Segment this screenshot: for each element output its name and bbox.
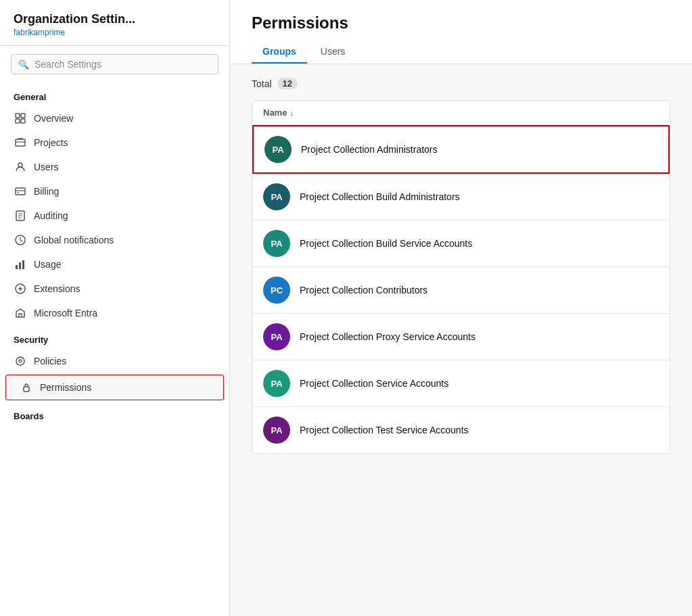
svg-rect-1: [21, 114, 25, 118]
global-notifications-icon: [14, 233, 27, 247]
group-name: Project Collection Build Service Account…: [300, 238, 472, 249]
microsoft-entra-label: Microsoft Entra: [34, 308, 97, 318]
svg-point-7: [18, 192, 19, 193]
total-label: Total: [252, 78, 272, 89]
search-icon: 🔍: [18, 60, 29, 70]
avatar: PC: [263, 277, 290, 304]
usage-icon: [14, 258, 27, 271]
permissions-icon: [20, 381, 33, 394]
groups-table: Name ↓ PAProject Collection Administrato…: [252, 100, 670, 454]
avatar: PA: [264, 136, 292, 163]
group-row[interactable]: PAProject Collection Build Service Accou…: [252, 220, 670, 267]
group-row[interactable]: PAProject Collection Service Accounts: [252, 360, 670, 407]
table-header: Name ↓: [252, 101, 670, 125]
svg-rect-12: [22, 260, 24, 269]
svg-point-14: [16, 357, 24, 365]
group-row[interactable]: PCProject Collection Contributors: [252, 267, 670, 314]
policies-label: Policies: [34, 356, 66, 366]
group-name: Project Collection Build Administrators: [300, 191, 460, 202]
svg-point-5: [18, 163, 22, 167]
group-row[interactable]: PAProject Collection Administrators: [252, 125, 670, 174]
sidebar-header: Organization Settin... fabrikamprime: [0, 0, 229, 46]
svg-rect-3: [21, 119, 25, 123]
org-subtitle: fabrikamprime: [14, 28, 216, 37]
main-header: Permissions Groups Users: [230, 0, 692, 64]
overview-label: Overview: [34, 113, 73, 124]
sidebar-item-permissions[interactable]: Permissions: [5, 375, 224, 400]
svg-rect-2: [16, 119, 20, 123]
col-name-label: Name: [263, 108, 287, 118]
group-name: Project Collection Contributors: [300, 285, 428, 295]
content-area: Total 12 Name ↓ PAProject Collection Adm…: [230, 64, 692, 616]
sidebar-item-projects[interactable]: Projects: [0, 131, 229, 155]
extensions-icon: [14, 282, 27, 295]
svg-rect-11: [19, 262, 21, 269]
total-row: Total 12: [252, 78, 670, 89]
sort-arrow-icon: ↓: [290, 109, 294, 117]
main-content: Permissions Groups Users Total 12 Name ↓…: [230, 0, 692, 616]
svg-rect-4: [16, 139, 25, 146]
sidebar-item-microsoft-entra[interactable]: Microsoft Entra: [0, 301, 229, 325]
tabs-row: Groups Users: [252, 41, 670, 64]
avatar: PA: [263, 370, 290, 397]
extensions-label: Extensions: [34, 283, 80, 294]
auditing-icon: [14, 209, 27, 222]
group-row[interactable]: PAProject Collection Build Administrator…: [252, 174, 670, 220]
sidebar-item-policies[interactable]: Policies: [0, 349, 229, 373]
svg-rect-0: [16, 114, 20, 118]
section-security-label: Security: [0, 325, 229, 349]
tab-groups[interactable]: Groups: [252, 41, 307, 64]
svg-point-15: [19, 360, 22, 362]
sidebar-item-auditing[interactable]: Auditing: [0, 204, 229, 228]
billing-icon: [14, 185, 27, 198]
auditing-label: Auditing: [34, 210, 68, 221]
overview-icon: [14, 112, 27, 125]
search-placeholder: Search Settings: [34, 59, 101, 70]
group-name: Project Collection Proxy Service Account…: [300, 331, 476, 342]
global-notifications-label: Global notifications: [34, 235, 114, 245]
svg-rect-10: [16, 265, 18, 269]
sidebar-item-users[interactable]: Users: [0, 155, 229, 179]
avatar: PA: [263, 183, 290, 210]
groups-list: PAProject Collection AdministratorsPAPro…: [252, 125, 670, 453]
permissions-label: Permissions: [40, 382, 91, 393]
section-general-label: General: [0, 82, 229, 106]
group-name: Project Collection Test Service Accounts: [300, 425, 469, 435]
col-name-header: Name ↓: [263, 108, 294, 118]
microsoft-entra-icon: [14, 306, 27, 320]
group-name: Project Collection Administrators: [301, 144, 438, 155]
avatar: PA: [263, 230, 290, 257]
sidebar-item-billing[interactable]: Billing: [0, 179, 229, 204]
group-row[interactable]: PAProject Collection Proxy Service Accou…: [252, 314, 670, 360]
search-settings-box[interactable]: 🔍 Search Settings: [11, 54, 218, 74]
policies-icon: [14, 354, 27, 368]
users-icon: [14, 160, 27, 174]
usage-label: Usage: [34, 259, 61, 270]
tab-users[interactable]: Users: [310, 41, 356, 64]
projects-label: Projects: [34, 137, 68, 148]
org-title: Organization Settin...: [14, 12, 216, 26]
sidebar-item-extensions[interactable]: Extensions: [0, 277, 229, 301]
users-label: Users: [34, 162, 59, 172]
billing-label: Billing: [34, 186, 59, 197]
sidebar-item-global-notifications[interactable]: Global notifications: [0, 228, 229, 252]
svg-rect-6: [16, 188, 25, 195]
avatar: PA: [263, 417, 290, 444]
group-row[interactable]: PAProject Collection Test Service Accoun…: [252, 407, 670, 453]
sidebar-item-usage[interactable]: Usage: [0, 252, 229, 277]
group-name: Project Collection Service Accounts: [300, 378, 448, 389]
sidebar: Organization Settin... fabrikamprime 🔍 S…: [0, 0, 230, 616]
avatar: PA: [263, 323, 290, 350]
sidebar-item-overview[interactable]: Overview: [0, 106, 229, 131]
projects-icon: [14, 136, 27, 149]
section-boards-label: Boards: [0, 402, 229, 425]
svg-rect-16: [24, 387, 29, 392]
total-count: 12: [277, 78, 298, 89]
page-title: Permissions: [252, 14, 670, 32]
